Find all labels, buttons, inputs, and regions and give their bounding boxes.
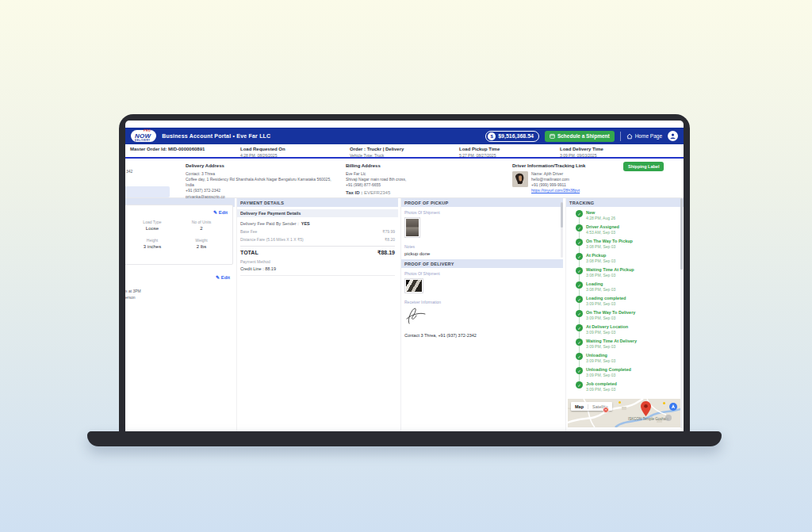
schedule-shipment-button[interactable]: Schedule a Shipment <box>545 131 615 142</box>
delivery-contact: Contact: 3 Threa <box>186 171 332 177</box>
home-page-link[interactable]: Home Page <box>626 133 662 140</box>
nav-divider <box>620 132 621 141</box>
logo-delivery-text: DELIVERY <box>135 140 151 142</box>
tracking-event: ✓ Unloading Completed 3:09 PM, Sep 03 <box>576 367 637 381</box>
proof-scrollbar-thumb[interactable] <box>561 202 563 228</box>
tracking-event-time: 3:09 PM, Sep 03 <box>586 358 637 364</box>
tracking-event-label: Loading completed <box>586 296 637 301</box>
tracking-event-label: At Pickup <box>586 253 637 258</box>
check-circle-icon: ✓ <box>576 353 583 360</box>
map-button[interactable]: Map <box>571 404 588 409</box>
driver-name: Name: Ajith Driver <box>531 171 580 177</box>
load-details-panel: ✎ Edit Load Type Loose No of Units 2 Hei… <box>125 198 235 432</box>
laptop-base <box>87 431 722 446</box>
wallet-balance-button[interactable]: $ $9,516,368.54 <box>485 131 539 142</box>
paid-by-sender: Delivery Fee Paid By Sender : YES <box>240 221 395 226</box>
tracking-event: ✓ Unloading 3:09 PM, Sep 03 <box>576 353 637 367</box>
tracking-event-time: 3:09 PM, Sep 03 <box>586 330 637 335</box>
total-row: TOTAL₹88.19 <box>240 246 395 256</box>
pickup-selected-card[interactable] <box>125 186 170 197</box>
pickup-address-fragment: 342 <box>126 169 132 174</box>
map-marker-dot <box>619 401 621 404</box>
map-navigation-button[interactable] <box>669 403 677 411</box>
check-circle-icon: ✓ <box>576 224 583 232</box>
app-window: PRO NOW DELIVERY Business Account Portal… <box>125 121 684 432</box>
tracking-event-label: Job completed <box>586 381 637 387</box>
map-marker-dot <box>663 402 665 404</box>
home-icon <box>626 133 633 140</box>
proof-of-delivery-header: PROOF OF DELIVERY <box>401 259 563 268</box>
hospital-marker[interactable]: H <box>603 407 609 413</box>
tracking-event: ✓ Loading completed 3:09 PM, Sep 03 <box>576 296 637 310</box>
tracking-event-time: 3:09 PM, Sep 03 <box>586 316 637 321</box>
receiver-info-label: Receiver Information <box>404 300 560 304</box>
driver-portrait-image <box>512 171 528 187</box>
user-profile-button[interactable] <box>668 131 678 141</box>
load-delivery-time: Load Delivery Time 3:09 PM, 09/03/2025 <box>560 147 603 158</box>
payment-details-panel: PAYMENT DETAILS Delivery Fee Payment Det… <box>236 198 398 432</box>
load-requested-on: Load Requested On 4:28 PM, 08/26/2025 <box>240 147 285 158</box>
payment-method-label: Payment Method <box>240 259 395 264</box>
pickup-notes: pickup done <box>404 251 560 256</box>
tracking-event-label: Driver Assigned <box>586 224 637 230</box>
tracking-map[interactable]: Map Satellite H ISKCON Temple Goshala <box>568 399 682 427</box>
wallet-balance-value: $9,516,368.54 <box>498 133 534 139</box>
tracking-event: ✓ On The Way To Delivery 3:09 PM, Sep 03 <box>576 310 637 324</box>
tracking-event-time: 3:08 PM, Sep 03 <box>586 273 637 278</box>
tracking-event-time: 4:53 AM, Sep 03 <box>586 230 637 235</box>
check-circle-icon: ✓ <box>576 296 583 303</box>
delivery-photo-thumbnail[interactable] <box>404 278 423 293</box>
shipping-label-button[interactable]: Shipping Label <box>623 162 664 171</box>
edit-load-button[interactable]: ✎ Edit <box>213 209 228 215</box>
pickup-photo-thumbnail[interactable] <box>404 217 420 238</box>
check-circle-icon: ✓ <box>576 367 583 374</box>
tracking-event-time: 3:08 PM, Sep 03 <box>586 287 637 293</box>
base-fee-row: Base Fee₹79.99 <box>240 229 395 234</box>
payment-method-value: Credit Line : 88.19 <box>240 266 395 276</box>
tracking-header: TRACKING <box>566 198 684 207</box>
driver-phone: +91 (999) 999-9911 <box>531 182 580 188</box>
tracking-event-time: 3:08 PM, Sep 03 <box>586 244 637 250</box>
check-circle-icon: ✓ <box>576 239 583 246</box>
check-circle-icon: ✓ <box>576 253 583 260</box>
tracking-event: ✓ On The Way To Pickup 3:08 PM, Sep 03 <box>576 239 637 253</box>
payment-subheader: Delivery Fee Payment Details <box>237 209 398 217</box>
order-summary-bar: Master Order Id: MID-0000060891 Load Req… <box>125 144 684 159</box>
tracking-event-label: Unloading <box>586 353 637 358</box>
shipment-box-icon <box>550 133 555 139</box>
top-navbar: PRO NOW DELIVERY Business Account Portal… <box>125 128 684 144</box>
tracking-event: ✓ Driver Assigned 4:53 AM, Sep 03 <box>576 224 637 239</box>
tracking-event-label: At Delivery Location <box>586 324 637 330</box>
person-icon <box>669 132 676 140</box>
tracking-event: ✓ Waiting Time At Pickup 3:08 PM, Sep 03 <box>576 267 637 281</box>
delivery-phone: +91 (937) 372-2342 <box>186 188 332 193</box>
tracking-event-time: 3:09 PM, Sep 03 <box>586 387 637 392</box>
portal-title: Business Account Portal • Eve Far LLC <box>162 133 270 139</box>
tracking-link[interactable]: https://tinyurl.com/28h38pvt <box>531 188 580 193</box>
tracking-event: ✓ Job completed 3:09 PM, Sep 03 <box>576 381 637 396</box>
delivery-address-block: Delivery Address Contact: 3 Threa Coffee… <box>186 163 332 200</box>
billing-address-block: Billing Address Eve Far Llc Shivaji Naga… <box>346 163 406 197</box>
tracking-timeline: ✓ New 4:28 PM, Aug 26 ✓ Driver Assigned … <box>576 210 637 396</box>
check-circle-icon: ✓ <box>576 267 583 274</box>
check-circle-icon: ✓ <box>576 310 583 317</box>
tracking-event-time: 3:09 PM, Sep 03 <box>586 301 637 307</box>
brand-logo[interactable]: PRO NOW DELIVERY <box>131 130 156 142</box>
tracking-event-label: Waiting Time At Delivery <box>586 339 637 344</box>
notes-label: Notes <box>404 244 560 249</box>
billing-phone: +91 (998) 877-6655 <box>346 182 406 188</box>
map-pegman-button[interactable] <box>665 415 672 421</box>
check-circle-icon: ✓ <box>576 281 583 289</box>
master-order-id: Master Order Id: MID-0000060891 <box>130 147 205 153</box>
edit-instructions-button[interactable]: ✎ Edit <box>216 274 230 280</box>
order-type: Order : Truckr | Delivery Vehicle Type: … <box>350 147 404 158</box>
tracking-event: ✓ Loading 3:08 PM, Sep 03 <box>576 281 637 296</box>
billing-address-line: Shivaji Nagar main road 8th cross, <box>346 177 406 182</box>
proof-of-pickup-header: PROOF OF PICKUP <box>401 198 563 207</box>
driver-photo[interactable] <box>512 171 528 187</box>
laptop-screen: PRO NOW DELIVERY Business Account Portal… <box>119 114 690 434</box>
page-scrollbar-thumb[interactable] <box>680 198 683 270</box>
instruction-fragment-2: erson <box>125 295 136 300</box>
driver-info-block: Driver Information/Tracking Link Name: A… <box>512 163 585 194</box>
tracking-event-time: 3:09 PM, Sep 03 <box>586 373 637 378</box>
